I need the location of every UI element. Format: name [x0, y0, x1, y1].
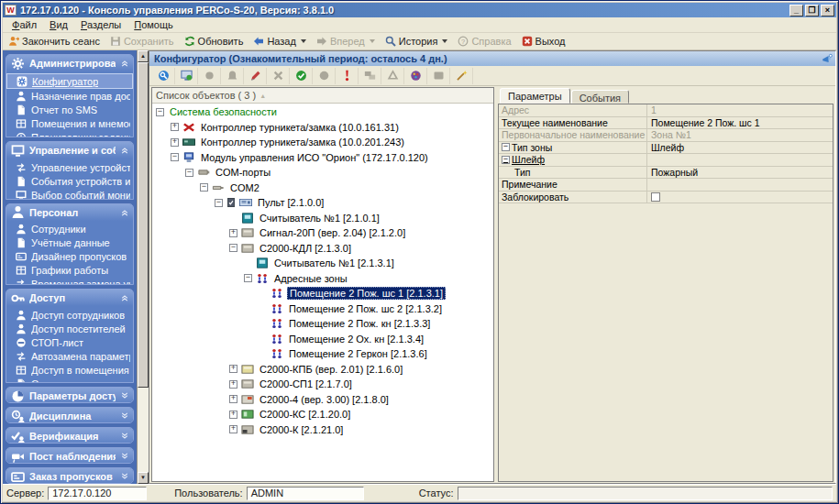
- tree-expander[interactable]: +: [171, 123, 179, 131]
- property-expander-icon[interactable]: −: [502, 143, 510, 151]
- tool-button[interactable]: [267, 68, 290, 84]
- tree-row[interactable]: Считыватель №1 [2.1.0.1]: [152, 211, 493, 226]
- tree-row[interactable]: −COM-порты: [152, 165, 493, 181]
- close-button[interactable]: ×: [821, 5, 834, 16]
- tree-row[interactable]: +Контроллер турникета/замка (10.0.161.31…: [152, 120, 493, 136]
- tool-button[interactable]: [313, 68, 336, 84]
- menu-item[interactable]: Помощь: [128, 18, 179, 31]
- tool-button[interactable]: [221, 68, 244, 84]
- property-row[interactable]: ТипПожарный: [499, 167, 833, 180]
- tree-row[interactable]: −COM2: [152, 181, 493, 196]
- sidebar-item[interactable]: События устройств и дейст...: [6, 174, 133, 188]
- tree-expander[interactable]: +: [229, 425, 237, 433]
- property-value[interactable]: [647, 179, 833, 191]
- property-row[interactable]: −Тип зоныШлейф: [499, 142, 833, 155]
- sidebar-section-header[interactable]: Дисциплина: [6, 408, 133, 423]
- toolbar-button[interactable]: Закончить сеанс: [5, 35, 106, 48]
- property-value[interactable]: Пожарный: [647, 167, 833, 179]
- tree-expander[interactable]: −: [171, 153, 179, 161]
- sidebar-item[interactable]: Доступ посетителей: [6, 322, 133, 335]
- sidebar-section-header[interactable]: Доступ: [6, 290, 133, 306]
- property-row[interactable]: Первоначальное наименованиеЗона №1: [499, 129, 833, 142]
- tree-expander[interactable]: −: [156, 108, 164, 116]
- tree-row[interactable]: +С2000-КС [2.1.20.0]: [152, 407, 493, 422]
- tree-row[interactable]: Помещение 2 Пож. кн [2.1.3.3]: [152, 316, 493, 332]
- property-row[interactable]: Текущее наименованиеПомещение 2 Пож. шс …: [499, 117, 833, 130]
- property-value[interactable]: [647, 154, 833, 166]
- tree-expander[interactable]: +: [229, 411, 237, 419]
- sidebar-section-header[interactable]: Заказ пропусков: [6, 468, 133, 484]
- tree-row[interactable]: +С2000-4 (вер. 3.00) [2.1.8.0]: [152, 392, 493, 408]
- property-row[interactable]: Примечание: [499, 179, 833, 192]
- tree-expander[interactable]: −: [229, 244, 237, 252]
- sidebar-item[interactable]: Автозамена параметров до...: [6, 349, 133, 363]
- tree-row[interactable]: +С2000-СП1 [2.1.7.0]: [152, 377, 493, 392]
- scrollbar-thumb[interactable]: [138, 62, 149, 388]
- tree-expander[interactable]: −: [244, 274, 252, 282]
- sidebar-item[interactable]: Отчет о выданных идентиф...: [6, 377, 133, 383]
- tree-row[interactable]: +С2000-КПБ (вер. 2.01) [2.1.6.0]: [152, 362, 493, 378]
- tree-row[interactable]: −С2000-КДЛ [2.1.3.0]: [152, 241, 493, 257]
- tool-button[interactable]: [336, 68, 359, 84]
- toolbar-button[interactable]: Сохранить: [106, 35, 181, 48]
- tab-parameters[interactable]: Параметры: [500, 88, 570, 104]
- sidebar-item[interactable]: Управление устройствами и...: [6, 160, 133, 174]
- tree-expander[interactable]: +: [171, 138, 179, 147]
- tree-expander[interactable]: +: [229, 380, 237, 389]
- menu-item[interactable]: Файл: [6, 18, 42, 31]
- sidebar-item[interactable]: Конфигуратор: [6, 73, 133, 89]
- property-value[interactable]: Шлейф: [647, 142, 833, 154]
- tree-expander[interactable]: −: [215, 199, 223, 207]
- menu-item[interactable]: Вид: [44, 18, 73, 31]
- tool-button[interactable]: [290, 68, 313, 84]
- sidebar-item[interactable]: Графики работы: [6, 264, 133, 278]
- sidebar-item[interactable]: Сотрудники: [6, 223, 133, 236]
- sidebar-section-header[interactable]: Пост наблюдения: [6, 448, 133, 464]
- checkbox-unchecked-icon[interactable]: [651, 192, 660, 202]
- tool-button[interactable]: [175, 68, 198, 84]
- scroll-up-icon[interactable]: ▲: [138, 50, 149, 62]
- sidebar-section-header[interactable]: Управление и события: [6, 142, 133, 159]
- tree-row[interactable]: −Адресные зоны: [152, 271, 493, 287]
- maximize-button[interactable]: ❐: [805, 5, 819, 16]
- property-expander-icon[interactable]: −: [502, 156, 510, 164]
- toolbar-button[interactable]: Выход: [518, 35, 572, 48]
- sidebar-section-header[interactable]: Администрирование: [6, 55, 133, 71]
- tree-row[interactable]: −Система безопасности: [152, 104, 493, 120]
- tree-row[interactable]: −Пульт [2.1.0.0]: [152, 195, 493, 211]
- sidebar-item[interactable]: СТОП-лист: [6, 335, 133, 349]
- toolbar-button[interactable]: Назад: [249, 35, 313, 48]
- property-value[interactable]: [647, 192, 833, 203]
- tree-row[interactable]: Помещение 2 Пож. шс 2 [2.1.3.2]: [152, 301, 493, 317]
- tree-column-header[interactable]: Список объектов ( 3 ) ▲: [152, 88, 493, 104]
- sidebar-section-header[interactable]: Параметры доступа: [6, 388, 133, 403]
- sidebar-item[interactable]: Выбор событий мониторинга: [6, 188, 133, 199]
- sidebar-item[interactable]: Дизайнер пропусков: [6, 250, 133, 264]
- tree-expander[interactable]: +: [229, 365, 237, 373]
- tool-button[interactable]: [427, 68, 450, 84]
- tool-button[interactable]: [404, 68, 427, 84]
- property-value[interactable]: 1: [647, 104, 833, 116]
- tree-row[interactable]: +Сигнал-20П (вер. 2.04) [2.1.2.0]: [152, 225, 493, 241]
- tree-expander[interactable]: −: [185, 169, 193, 177]
- tool-button[interactable]: [244, 68, 267, 84]
- tree-row[interactable]: Помещение 2 Геркон [2.1.3.6]: [152, 346, 493, 362]
- toolbar-button[interactable]: ?Справка: [454, 35, 517, 48]
- property-value[interactable]: Зона №1: [647, 129, 833, 141]
- sidebar-item[interactable]: Учётные данные: [6, 236, 133, 250]
- tree-expander[interactable]: −: [200, 183, 208, 192]
- sidebar-item[interactable]: Назначение прав доступа о...: [6, 89, 133, 103]
- tree-row[interactable]: −Модуль управления ИСО "Орион" (172.17.0…: [152, 150, 493, 166]
- sidebar-scrollbar[interactable]: ▲ ▼: [137, 50, 149, 484]
- tool-button[interactable]: [152, 68, 175, 84]
- sidebar-item[interactable]: Доступ сотрудников: [6, 308, 133, 322]
- property-row[interactable]: Адрес1: [499, 104, 833, 117]
- menu-item[interactable]: Разделы: [75, 18, 127, 31]
- tree-row[interactable]: +Контроллер турникета/замка (10.0.201.24…: [152, 135, 493, 150]
- titlebar[interactable]: W 172.17.0.120 - Консоль управления PERC…: [3, 3, 836, 17]
- tool-button[interactable]: [359, 68, 381, 84]
- toolbar-button[interactable]: Обновить: [181, 35, 250, 48]
- tree-row[interactable]: +С2000-К [2.1.21.0]: [152, 422, 493, 438]
- tool-button[interactable]: [198, 68, 221, 84]
- minimize-button[interactable]: _: [789, 5, 803, 16]
